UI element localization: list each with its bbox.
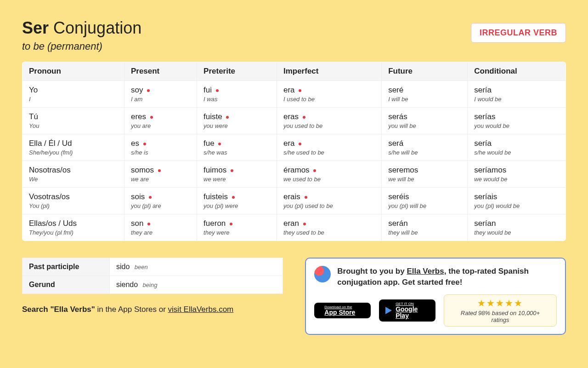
play-big: Google Play: [396, 306, 429, 319]
rating-box: ★★★★★ Rated 98% based on 10,000+ ratings: [444, 294, 557, 327]
conj-es: será: [388, 139, 461, 148]
ellaverbs-link[interactable]: visit EllaVerbs.com: [168, 305, 234, 314]
title-suffix: Conjugation: [53, 18, 141, 37]
future-cell: seréis you (pl) will be: [382, 188, 468, 214]
promo-icon: [314, 266, 331, 282]
search-note-prefix: Search "Ella Verbs": [22, 305, 97, 314]
pronoun-cell: TúYou: [23, 108, 124, 134]
conj-en: they would be: [474, 229, 559, 236]
preterite-cell: fuisteis you (pl) were: [197, 188, 277, 214]
future-cell: serás you will be: [382, 108, 468, 134]
conj-es: éramos: [283, 166, 375, 175]
column-header: Conditional: [468, 62, 566, 81]
conj-en: you are: [131, 122, 190, 129]
column-header: Pronoun: [23, 62, 124, 81]
imperfect-cell: eras you used to be: [277, 108, 381, 134]
bottom-section: Past participle sido been Gerund siendo …: [22, 258, 566, 335]
conj-en: they were: [204, 229, 270, 236]
present-cell: eres you are: [124, 108, 197, 134]
pronoun-es: Nosotras/os: [29, 166, 118, 175]
present-cell: soy I am: [124, 81, 197, 108]
conj-en: you (pl) are: [131, 202, 190, 209]
conj-es: serían: [474, 219, 559, 228]
table-row: Past participle sido been: [23, 258, 283, 276]
google-play-button[interactable]: GET IT ON Google Play: [379, 299, 435, 322]
promo-text: Brought to you by Ella Verbs, the top-ra…: [337, 266, 557, 288]
irregular-dot-icon: [313, 169, 316, 172]
conj-es: seréis: [388, 192, 461, 201]
promo-link[interactable]: Ella Verbs: [407, 267, 444, 276]
conj-es: sois: [131, 192, 190, 201]
conj-en: we will be: [388, 176, 461, 183]
conj-es: erais: [283, 192, 375, 201]
gerund-label: Gerund: [23, 276, 110, 294]
conj-en: I would be: [474, 96, 559, 103]
title-block: Ser Conjugation to be (permanent): [22, 18, 141, 52]
conj-en: we used to be: [283, 176, 375, 183]
conj-es: fuisteis: [204, 192, 270, 201]
stars-icon: ★★★★★: [452, 298, 548, 309]
subtitle: to be (permanent): [22, 40, 141, 52]
past-participle-cell: sido been: [110, 258, 283, 276]
gerund-cell: siendo being: [110, 276, 283, 294]
irregular-dot-icon: [143, 143, 146, 145]
conj-es: fue: [204, 139, 270, 148]
conj-en: you (pl) will be: [388, 202, 461, 209]
conj-en: you (pl) would be: [474, 202, 559, 209]
irregular-dot-icon: [305, 196, 307, 199]
conditional-cell: serían they would be: [468, 214, 566, 241]
conj-en: you were: [204, 122, 270, 129]
pronoun-es: Yo: [29, 86, 118, 95]
irregular-dot-icon: [226, 116, 229, 119]
pronoun-es: Tú: [29, 112, 118, 121]
conj-es: soy: [131, 86, 190, 95]
irregular-dot-icon: [149, 196, 152, 199]
irregular-dot-icon: [231, 169, 233, 172]
conj-es: fui: [204, 86, 270, 95]
conj-es: seríais: [474, 192, 559, 201]
conditional-cell: sería I would be: [468, 81, 566, 108]
irregular-badge: IRREGULAR VERB: [471, 23, 566, 43]
promo-box: Brought to you by Ella Verbs, the top-ra…: [305, 258, 566, 335]
play-icon: [385, 307, 392, 314]
preterite-cell: fuimos we were: [197, 161, 277, 188]
irregular-dot-icon: [230, 223, 232, 225]
conj-es: eras: [283, 112, 375, 121]
promo-prefix: Brought to you by: [337, 267, 407, 276]
pronoun-es: Vosotras/os: [29, 192, 118, 201]
conj-en: you (pl) used to be: [283, 202, 375, 209]
conj-es: eres: [131, 112, 190, 121]
conj-es: seré: [388, 86, 461, 95]
conj-en: you would be: [474, 122, 559, 129]
search-note: Search "Ella Verbs" in the App Stores or…: [22, 305, 283, 314]
past-participle-en: been: [135, 264, 148, 270]
conj-en: s/he will be: [388, 149, 461, 156]
pronoun-es: Ellas/os / Uds: [29, 219, 118, 228]
conj-en: I was: [204, 96, 270, 103]
conj-en: we would be: [474, 176, 559, 183]
pronoun-cell: Vosotras/osYou (pl): [23, 188, 124, 214]
conj-en: they will be: [388, 229, 461, 236]
present-cell: es s/he is: [124, 134, 197, 161]
irregular-dot-icon: [303, 223, 306, 225]
appstore-big: App Store: [324, 309, 355, 316]
preterite-cell: fuiste you were: [197, 108, 277, 134]
preterite-cell: fue s/he was: [197, 134, 277, 161]
irregular-dot-icon: [299, 89, 301, 92]
conj-en: you used to be: [283, 122, 375, 129]
pronoun-en: She/he/you (fml): [29, 149, 118, 156]
conj-en: they are: [131, 229, 190, 236]
imperfect-cell: erais you (pl) used to be: [277, 188, 381, 214]
pronoun-en: We: [29, 176, 118, 183]
present-cell: somos we are: [124, 161, 197, 188]
app-store-button[interactable]: Download on the App Store: [314, 303, 371, 318]
gerund-en: being: [143, 282, 158, 288]
table-row: YoIsoy I amfui I wasera I used to beseré…: [23, 81, 566, 108]
future-cell: serán they will be: [382, 214, 468, 241]
conditional-cell: seríamos we would be: [468, 161, 566, 188]
conj-es: fuimos: [204, 166, 270, 175]
conj-es: fueron: [204, 219, 270, 228]
column-header: Present: [124, 62, 197, 81]
table-row: Gerund siendo being: [23, 276, 283, 294]
past-participle-label: Past participle: [23, 258, 110, 276]
